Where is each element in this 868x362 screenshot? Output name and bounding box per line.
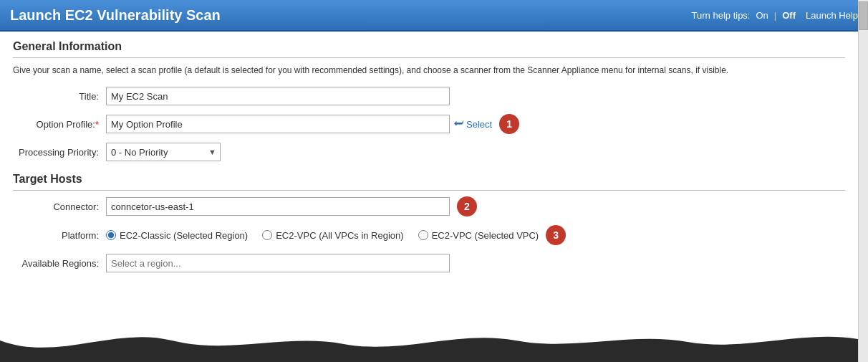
option-profile-label: Option Profile:*: [13, 119, 106, 130]
platform-row: Platform: EC2-Classic (Selected Region) …: [13, 225, 845, 245]
page-title: Launch EC2 Vulnerability Scan: [10, 7, 221, 24]
help-tips-off-link[interactable]: Off: [782, 10, 796, 21]
option-profile-select-link[interactable]: ⮨ Select: [454, 118, 492, 130]
badge-1: 1: [499, 114, 519, 134]
target-hosts-section: Target Hosts Connector: 2 Platform: EC2-…: [13, 173, 845, 272]
platform-radio-group: EC2-Classic (Selected Region) EC2-VPC (A…: [106, 230, 539, 241]
help-tips-on-link[interactable]: On: [756, 10, 768, 21]
main-content: General Information Give your scan a nam…: [0, 32, 858, 272]
processing-priority-label: Processing Priority:: [13, 147, 106, 158]
priority-select[interactable]: 0 - No Priority 1 - Emergency 2 - Urgent…: [106, 143, 221, 161]
platform-radio-vpc-selected[interactable]: [418, 230, 428, 240]
cursor-icon: ⮨: [454, 118, 464, 130]
help-tips-label: Turn help tips:: [692, 10, 751, 21]
scrollbar[interactable]: [858, 0, 868, 362]
platform-option-vpc-selected[interactable]: EC2-VPC (Selected VPC): [418, 230, 539, 241]
title-input[interactable]: [106, 87, 450, 105]
connector-row: Connector: 2: [13, 196, 845, 216]
platform-option-classic[interactable]: EC2-Classic (Selected Region): [106, 230, 248, 241]
option-profile-row: Option Profile:* ⮨ Select 1: [13, 114, 845, 134]
connector-input[interactable]: [106, 197, 450, 216]
page-header: Launch EC2 Vulnerability Scan Turn help …: [0, 0, 868, 32]
available-regions-input[interactable]: [106, 254, 450, 272]
connector-label: Connector:: [13, 201, 106, 212]
platform-option-vpc-all[interactable]: EC2-VPC (All VPCs in Region): [262, 230, 403, 241]
badge-3: 3: [546, 225, 566, 245]
platform-label: Platform:: [13, 230, 106, 241]
title-label: Title:: [13, 91, 106, 102]
title-row: Title:: [13, 87, 845, 105]
platform-radio-vpc-all[interactable]: [262, 230, 272, 240]
badge-2: 2: [457, 196, 477, 216]
header-right: Turn help tips: On | Off Launch Help: [692, 10, 858, 21]
wave-footer: [0, 326, 858, 362]
general-info-title: General Information: [13, 40, 845, 58]
option-profile-input[interactable]: [106, 115, 450, 133]
available-regions-row: Available Regions:: [13, 254, 845, 272]
general-information-section: General Information Give your scan a nam…: [13, 40, 845, 161]
scrollbar-thumb[interactable]: [859, 1, 868, 30]
priority-select-wrapper: 0 - No Priority 1 - Emergency 2 - Urgent…: [106, 143, 221, 161]
available-regions-label: Available Regions:: [13, 258, 106, 269]
platform-radio-classic[interactable]: [106, 230, 116, 240]
target-hosts-title: Target Hosts: [13, 173, 845, 191]
processing-priority-row: Processing Priority: 0 - No Priority 1 -…: [13, 143, 845, 161]
general-info-description: Give your scan a name, select a scan pro…: [13, 64, 845, 77]
help-tips-divider: |: [774, 10, 776, 21]
launch-help-link[interactable]: Launch Help: [806, 10, 858, 21]
